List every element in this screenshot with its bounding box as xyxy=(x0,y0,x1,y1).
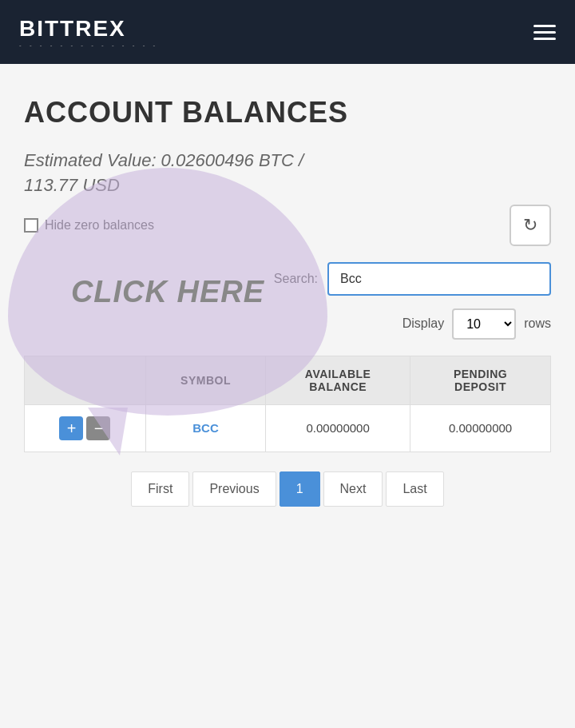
display-label: Display xyxy=(402,316,444,331)
pagination-next[interactable]: Next xyxy=(323,471,383,507)
controls-row: Hide zero balances ↻ xyxy=(24,205,551,246)
table-header-row: SYMBOL AVAILABLEBALANCE PENDINGDEPOSIT xyxy=(25,356,551,404)
deposit-button[interactable]: + xyxy=(59,416,83,440)
pagination-previous[interactable]: Previous xyxy=(192,471,276,507)
refresh-button[interactable]: ↻ xyxy=(510,205,551,246)
rows-label: rows xyxy=(524,316,551,331)
pagination: First Previous 1 Next Last xyxy=(24,471,551,507)
pagination-first[interactable]: First xyxy=(131,471,189,507)
table-row: + − BCC 0.00000000 0.00000000 xyxy=(25,404,551,452)
main-content: ACCOUNT BALANCES Estimated Value: 0.0260… xyxy=(0,64,575,539)
estimated-value: Estimated Value: 0.02600496 BTC / 113.77… xyxy=(24,149,551,198)
search-label: Search: xyxy=(274,272,318,286)
col-pending-deposit: PENDINGDEPOSIT xyxy=(410,356,551,404)
balances-table-wrapper: SYMBOL AVAILABLEBALANCE PENDINGDEPOSIT +… xyxy=(24,356,551,452)
display-select[interactable]: 10 25 50 100 xyxy=(452,308,516,340)
pending-deposit-cell: 0.00000000 xyxy=(410,404,551,452)
col-symbol: SYMBOL xyxy=(145,356,265,404)
refresh-icon: ↻ xyxy=(523,215,537,236)
logo: BITTREX - - - - - - - - - - - - - - xyxy=(19,16,158,49)
hide-zero-checkbox[interactable] xyxy=(24,218,38,233)
search-input[interactable] xyxy=(327,262,551,296)
search-row: Search: xyxy=(24,262,551,296)
withdraw-button[interactable]: − xyxy=(86,416,110,440)
pagination-page-1[interactable]: 1 xyxy=(280,471,320,507)
hide-zero-label[interactable]: Hide zero balances xyxy=(24,218,154,233)
symbol-cell[interactable]: BCC xyxy=(145,404,265,452)
pagination-last[interactable]: Last xyxy=(386,471,443,507)
hamburger-menu[interactable] xyxy=(533,25,556,40)
balances-table: SYMBOL AVAILABLEBALANCE PENDINGDEPOSIT +… xyxy=(24,356,551,452)
actions-cell: + − xyxy=(25,404,146,452)
page-title: ACCOUNT BALANCES xyxy=(24,96,551,129)
col-actions xyxy=(25,356,146,404)
header: BITTREX - - - - - - - - - - - - - - xyxy=(0,0,575,64)
available-balance-cell: 0.00000000 xyxy=(266,404,410,452)
display-row: Display 10 25 50 100 rows xyxy=(24,308,551,340)
action-buttons: + − xyxy=(38,416,133,440)
col-available-balance: AVAILABLEBALANCE xyxy=(266,356,410,404)
